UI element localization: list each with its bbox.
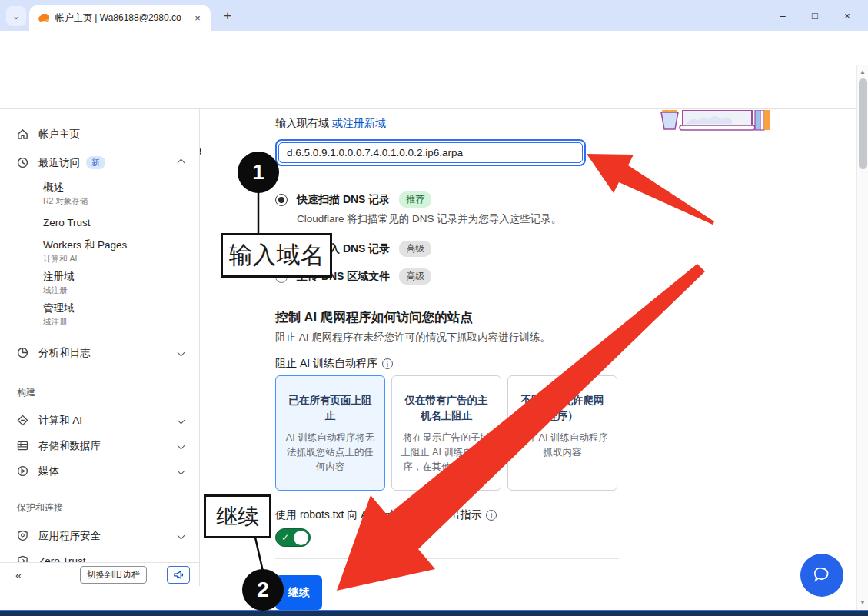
page-scrollbar[interactable]: ▲ ▼ (856, 65, 868, 610)
subitem-sub: 域注册 (43, 317, 199, 328)
analytics-icon (17, 347, 28, 358)
info-icon[interactable]: i (382, 358, 393, 369)
sidebar-item-recent[interactable]: 最近访问 新 (0, 150, 199, 175)
scrollbar-thumb[interactable] (859, 78, 867, 169)
toggle-knob (294, 531, 308, 545)
card-do-not-block[interactable]: 不阻止（允许爬网程序） 允许 AI 训练自动程序抓取内容 (507, 375, 617, 491)
sidebar-section-protect: 保护和连接 (0, 501, 199, 514)
advanced-badge: 高级 (399, 241, 431, 257)
legacy-sidebar-button[interactable]: 切换到旧边栏 (80, 566, 147, 584)
browser-toolbar: ← → ⟳ dash.cloudflare.com/aafa0ec58f580b… (0, 31, 868, 65)
window-minimize-button[interactable]: – (777, 10, 788, 22)
browser-tab[interactable]: 帐户主页 | Wa86188@2980.co × (29, 5, 211, 31)
card-block-ad-hostnames[interactable]: 仅在带有广告的主机名上阻止 将在显示广告的子域上阻止 AI 训练自动程序，在其他… (391, 375, 501, 491)
advanced-badge: 高级 (399, 268, 431, 285)
play-circle-icon (17, 465, 28, 477)
site-setup-illustration (657, 110, 772, 132)
card-title: 已在所有页面上阻止 (284, 393, 377, 423)
sidebar-subitem-zero-trust[interactable]: Zero Trust (0, 217, 199, 228)
subitem-label: Zero Trust (43, 217, 199, 228)
domain-input-wrapper: d.6.5.0.9.1.0.0.0.7.4.0.1.0.0.2.ip6.arpa (275, 139, 586, 166)
subitem-label: 注册域 (43, 270, 199, 284)
cloudflare-header: Wa86188@2980.com's Account 转到... Ctrl+K … (0, 65, 868, 109)
announcement-button[interactable] (167, 566, 190, 584)
card-block-all-pages[interactable]: 已在所有页面上阻止 AI 训练自动程序将无法抓取您站点上的任何内容 (275, 375, 385, 491)
card-title: 不阻止（允许爬网程序） (516, 393, 609, 423)
window-bottom-edge (0, 610, 868, 616)
code-icon (17, 415, 28, 426)
clock-icon (17, 157, 28, 168)
tab-search-button[interactable]: ⌄ (6, 6, 26, 26)
window-close-button[interactable]: × (842, 10, 853, 22)
main-content: 输入现有域 或注册新域 d.6.5.0.9.1.0.0.0.7.4.0.1.0.… (201, 110, 856, 610)
sidebar-item-label: 计算和 AI (38, 414, 82, 428)
robots-txt-label: 使用 robots.txt 向 AI 自动程序郑重发出指示 i (275, 508, 623, 522)
robots-txt-label-text: 使用 robots.txt 向 AI 自动程序郑重发出指示 (275, 508, 481, 522)
subitem-sub: R2 对象存储 (43, 196, 199, 207)
window-maximize-button[interactable]: □ (810, 10, 820, 22)
sidebar-item-compute-ai[interactable]: 计算和 AI (0, 408, 199, 433)
robots-txt-toggle[interactable]: ✓ (275, 528, 311, 547)
block-ai-label: 阻止 AI 训练自动程序 i (275, 357, 623, 371)
domain-input-label: 输入现有域 或注册新域 (275, 117, 623, 131)
domain-input-value: d.6.5.0.9.1.0.0.0.7.4.0.1.0.0.2.ip6.arpa (287, 147, 463, 158)
sidebar-item-storage[interactable]: 存储和数据库 (0, 433, 199, 458)
sidebar-item-label: 媒体 (38, 464, 59, 478)
new-tab-button[interactable]: + (218, 7, 237, 25)
domain-label-text: 输入现有域 (275, 117, 329, 129)
megaphone-icon (173, 570, 185, 580)
subitem-label: 概述 (43, 181, 199, 195)
sidebar-section-build: 构建 (0, 386, 199, 399)
card-description: 允许 AI 训练自动程序抓取内容 (516, 431, 609, 460)
recommended-badge: 推荐 (399, 191, 431, 208)
tab-close-icon[interactable]: × (191, 12, 205, 25)
cloudflare-favicon (37, 14, 49, 22)
subitem-sub: 域注册 (43, 285, 199, 296)
ai-crawler-subtext: 阻止 AI 爬网程序在未经您许可的情况下抓取内容进行训练。 (275, 331, 623, 345)
sidebar-item-analytics[interactable]: 分析和日志 (0, 340, 199, 365)
subitem-label: 管理域 (43, 301, 199, 315)
sidebar-collapse-icon[interactable]: « (15, 568, 22, 581)
subitem-label: Workers 和 Pages (43, 238, 199, 252)
chevron-up-icon[interactable] (178, 159, 185, 167)
radio-option-quick-scan[interactable]: 快速扫描 DNS 记录 推荐 (275, 191, 623, 208)
sidebar-item-label: 存储和数据库 (38, 439, 101, 453)
scroll-down-icon[interactable]: ▼ (859, 599, 866, 606)
chevron-down-icon[interactable] (178, 468, 185, 475)
sidebar-item-media[interactable]: 媒体 (0, 458, 199, 484)
chevron-down-icon[interactable] (178, 349, 185, 357)
subitem-sub: 计算和 AI (43, 254, 199, 265)
chevron-down-icon[interactable] (178, 442, 185, 450)
block-ai-label-text: 阻止 AI 训练自动程序 (275, 357, 377, 371)
sidebar-item-account-home[interactable]: 帐户主页 (0, 122, 199, 147)
register-new-domain-link[interactable]: 或注册新域 (332, 117, 386, 129)
step-1-label-box: 输入域名 (221, 233, 332, 278)
divider (275, 558, 619, 559)
sidebar-footer: « 切换到旧边栏 (0, 562, 199, 586)
domain-input[interactable]: d.6.5.0.9.1.0.0.0.7.4.0.1.0.0.2.ip6.arpa (278, 142, 583, 163)
sidebar-subitem-workers-pages[interactable]: Workers 和 Pages 计算和 AI (0, 238, 199, 265)
chevron-down-icon[interactable] (178, 532, 185, 540)
sidebar-item-app-security[interactable]: 应用程序安全 (0, 523, 199, 548)
sidebar-subitem-manage-domain[interactable]: 管理域 域注册 (0, 301, 199, 328)
card-description: 将在显示广告的子域上阻止 AI 训练自动程序，在其他位置不阻止 (400, 431, 493, 488)
sidebar-item-label: 帐户主页 (38, 128, 80, 142)
support-chat-button[interactable] (800, 554, 843, 597)
sidebar-subitem-overview[interactable]: 概述 R2 对象存储 (0, 181, 199, 207)
chat-bubble-icon (813, 567, 831, 584)
ai-crawler-heading: 控制 AI 爬网程序如何访问您的站点 (275, 309, 623, 326)
ai-block-cards: 已在所有页面上阻止 AI 训练自动程序将无法抓取您站点上的任何内容 仅在带有广告… (275, 375, 623, 491)
new-badge: 新 (86, 156, 105, 169)
scroll-up-icon[interactable]: ▲ (859, 68, 866, 75)
radio-selected-icon[interactable] (275, 194, 288, 206)
sidebar-subitem-register-domain[interactable]: 注册域 域注册 (0, 270, 199, 296)
step-1-marker: 1 (238, 152, 279, 193)
card-title: 仅在带有广告的主机名上阻止 (400, 393, 493, 423)
sidebar-item-label: 分析和日志 (38, 346, 91, 360)
info-icon[interactable]: i (486, 510, 497, 521)
sidebar-item-label: 应用程序安全 (38, 529, 101, 543)
home-icon (17, 128, 28, 140)
chevron-down-icon[interactable] (178, 417, 185, 425)
database-icon (17, 440, 28, 451)
sidebar-item-label: 最近访问 (38, 156, 80, 170)
